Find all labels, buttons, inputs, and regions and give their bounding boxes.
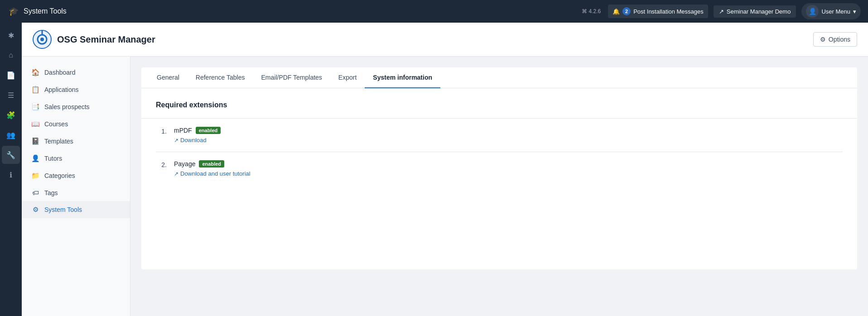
app-header: OSG Seminar Manager ⚙ Options bbox=[22, 23, 868, 57]
icon-sidebar: ✱ ⌂ 📄 ☰ 🧩 👥 🔧 ℹ bbox=[0, 23, 22, 316]
tab-reference-tables[interactable]: Reference Tables bbox=[188, 67, 253, 88]
top-navbar: 🎓 System Tools ⌘ 4.2.6 🔔 2 Post Installa… bbox=[0, 0, 868, 23]
app-layout: ✱ ⌂ 📄 ☰ 🧩 👥 🔧 ℹ OSG Seminar Manager bbox=[0, 23, 868, 316]
content-area: 🏠 Dashboard 📋 Applications 📑 Sales prosp… bbox=[22, 57, 868, 316]
ext-status-mpdf: enabled bbox=[196, 127, 221, 134]
external-icon-mpdf: ↗ bbox=[174, 137, 178, 144]
nav-item-templates[interactable]: 📓 Templates bbox=[22, 133, 130, 150]
sidebar-content[interactable]: 📄 bbox=[2, 66, 20, 84]
ext-name-row-mpdf: mPDF enabled bbox=[174, 127, 221, 134]
app-header-left: OSG Seminar Manager bbox=[33, 30, 155, 49]
nav-label-courses: Courses bbox=[44, 120, 68, 128]
system-tools-icon: ⚙ bbox=[31, 206, 40, 214]
nav-item-system-tools[interactable]: ⚙ System Tools bbox=[22, 201, 130, 218]
user-menu-button[interactable]: 👤 User Menu ▾ bbox=[801, 3, 861, 19]
courses-icon: 📖 bbox=[31, 120, 40, 128]
nav-label-tutors: Tutors bbox=[44, 155, 62, 162]
categories-icon: 📁 bbox=[31, 172, 40, 180]
avatar: 👤 bbox=[806, 5, 819, 18]
ext-item-payage: 2. Payage enabled ↗ Download and user tu… bbox=[156, 152, 843, 185]
nav-item-categories[interactable]: 📁 Categories bbox=[22, 167, 130, 184]
version-badge: ⌘ 4.2.6 bbox=[582, 8, 601, 14]
ext-download-payage[interactable]: ↗ Download and user tutorial bbox=[174, 170, 251, 177]
nav-label-categories: Categories bbox=[44, 172, 75, 179]
ext-number-1: 1. bbox=[156, 127, 167, 135]
nav-label-system-tools: System Tools bbox=[44, 206, 82, 213]
tabs-container: General Reference Tables Email/PDF Templ… bbox=[141, 67, 857, 88]
sidebar-info[interactable]: ℹ bbox=[2, 166, 20, 184]
extensions-list: 1. mPDF enabled ↗ Download bbox=[156, 119, 843, 185]
tab-export-label: Export bbox=[338, 74, 357, 81]
nav-label-templates: Templates bbox=[44, 138, 73, 145]
nav-item-dashboard[interactable]: 🏠 Dashboard bbox=[22, 64, 130, 81]
sidebar-tools[interactable]: 🔧 bbox=[2, 146, 20, 164]
ext-download-label-payage: Download and user tutorial bbox=[180, 170, 251, 177]
nav-item-applications[interactable]: 📋 Applications bbox=[22, 81, 130, 98]
tab-email-label: Email/PDF Templates bbox=[261, 74, 322, 81]
templates-icon: 📓 bbox=[31, 137, 40, 145]
tags-icon: 🏷 bbox=[31, 189, 40, 196]
main-area: OSG Seminar Manager ⚙ Options 🏠 Dashboar… bbox=[22, 23, 868, 316]
sales-icon: 📑 bbox=[31, 103, 40, 111]
sidebar-users[interactable]: 👥 bbox=[2, 126, 20, 144]
ext-item-mpdf: 1. mPDF enabled ↗ Download bbox=[156, 119, 843, 152]
ext-info-mpdf: mPDF enabled ↗ Download bbox=[174, 127, 221, 144]
ext-status-payage: enabled bbox=[199, 160, 224, 168]
brand: 🎓 System Tools bbox=[7, 5, 576, 18]
ext-name-mpdf: mPDF bbox=[174, 127, 192, 134]
tab-general-label: General bbox=[157, 74, 179, 81]
nav-item-tags[interactable]: 🏷 Tags bbox=[22, 184, 130, 201]
ext-name-payage: Payage bbox=[174, 160, 195, 168]
brand-label: System Tools bbox=[24, 7, 67, 15]
bell-icon: 🔔 bbox=[612, 8, 620, 15]
ext-name-row-payage: Payage enabled bbox=[174, 160, 251, 168]
page-content: General Reference Tables Email/PDF Templ… bbox=[130, 57, 868, 316]
tutors-icon: 👤 bbox=[31, 154, 40, 163]
nav-label-dashboard: Dashboard bbox=[44, 69, 76, 76]
nav-sidebar: 🏠 Dashboard 📋 Applications 📑 Sales prosp… bbox=[22, 57, 130, 316]
svg-point-2 bbox=[40, 38, 44, 41]
ext-download-mpdf[interactable]: ↗ Download bbox=[174, 137, 221, 144]
notification-button[interactable]: 🔔 2 Post Installation Messages bbox=[608, 5, 708, 18]
nav-item-tutors[interactable]: 👤 Tutors bbox=[22, 150, 130, 167]
chevron-down-icon: ▾ bbox=[853, 8, 856, 15]
ext-download-label-mpdf: Download bbox=[180, 137, 207, 144]
nav-label-sales: Sales prospects bbox=[44, 103, 90, 110]
page-title: OSG Seminar Manager bbox=[57, 34, 155, 45]
brand-icon: 🎓 bbox=[7, 5, 20, 18]
app-logo bbox=[33, 30, 52, 49]
tab-system-info-label: System information bbox=[373, 74, 432, 81]
sidebar-list[interactable]: ☰ bbox=[2, 86, 20, 104]
notification-label: Post Installation Messages bbox=[633, 8, 704, 15]
external-link-icon: ↗ bbox=[719, 8, 724, 15]
nav-item-courses[interactable]: 📖 Courses bbox=[22, 115, 130, 133]
external-icon-payage: ↗ bbox=[174, 171, 178, 177]
applications-icon: 📋 bbox=[31, 86, 40, 94]
user-menu-label: User Menu bbox=[821, 8, 850, 15]
section-title: Required extensions bbox=[156, 101, 843, 109]
gear-icon: ⚙ bbox=[820, 36, 826, 43]
options-label: Options bbox=[829, 36, 850, 43]
ext-info-payage: Payage enabled ↗ Download and user tutor… bbox=[174, 160, 251, 177]
tab-export[interactable]: Export bbox=[330, 67, 365, 88]
tab-system-info[interactable]: System information bbox=[365, 67, 440, 88]
tab-general[interactable]: General bbox=[149, 67, 188, 88]
site-link-button[interactable]: ↗ Seminar Manager Demo bbox=[714, 5, 796, 18]
sidebar-home[interactable]: ⌂ bbox=[2, 46, 20, 64]
system-info-panel: Required extensions 1. mPDF enabled bbox=[141, 88, 857, 269]
nav-item-sales-prospects[interactable]: 📑 Sales prospects bbox=[22, 98, 130, 115]
notification-count: 2 bbox=[622, 7, 631, 15]
tab-reference-label: Reference Tables bbox=[196, 74, 245, 81]
nav-label-applications: Applications bbox=[44, 86, 79, 93]
sidebar-extensions[interactable]: 🧩 bbox=[2, 106, 20, 124]
site-label: Seminar Manager Demo bbox=[727, 8, 791, 15]
sidebar-joomla[interactable]: ✱ bbox=[2, 26, 20, 44]
tab-email-pdf[interactable]: Email/PDF Templates bbox=[253, 67, 330, 88]
nav-label-tags: Tags bbox=[44, 189, 58, 196]
ext-number-2: 2. bbox=[156, 160, 167, 168]
options-button[interactable]: ⚙ Options bbox=[813, 32, 857, 47]
dashboard-icon: 🏠 bbox=[31, 68, 40, 77]
